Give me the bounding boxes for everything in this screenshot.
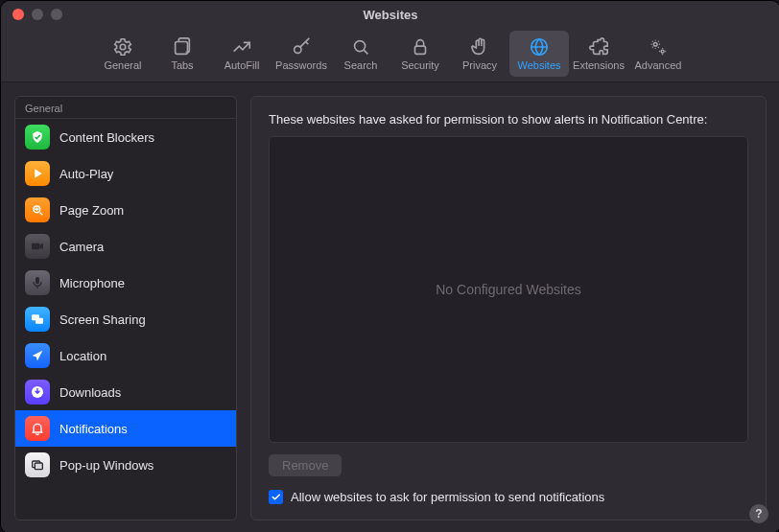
tab-general[interactable]: General [93,31,153,77]
tab-label: Search [344,59,378,71]
tab-label: Security [401,59,439,71]
tab-autofill[interactable]: AutoFill [212,31,271,77]
tab-extensions[interactable]: Extensions [569,31,628,77]
checkbox-checked-icon [269,490,283,504]
minimize-window-button[interactable] [32,9,43,20]
tab-label: Privacy [462,59,497,71]
sidebar-item-page-zoom[interactable]: Page Zoom [15,192,236,228]
svg-rect-12 [35,318,43,324]
bell-icon [25,416,50,441]
svg-point-3 [355,41,366,52]
svg-point-7 [661,50,664,53]
controls: Remove Allow websites to ask for permiss… [269,454,748,504]
sidebar-item-label: Downloads [59,385,121,400]
sidebar-item-label: Notifications [59,422,128,436]
zoom-window-button[interactable] [51,9,62,20]
sidebar-item-auto-play[interactable]: Auto-Play [15,155,236,192]
sidebar-item-location[interactable]: Location [15,337,236,374]
help-button[interactable]: ? [749,504,768,523]
tab-label: Websites [517,59,560,71]
window-title: Websites [1,8,779,22]
tab-tabs[interactable]: Tabs [153,31,212,77]
svg-rect-15 [35,463,42,470]
empty-state-text: No Configured Websites [436,282,580,297]
sidebar-item-label: Auto-Play [59,167,113,181]
zoom-icon [25,197,50,222]
search-icon [350,36,371,58]
sidebar-item-label: Pop-up Windows [59,458,153,473]
tab-privacy[interactable]: Privacy [450,31,509,77]
sidebar-item-label: Content Blockers [59,130,154,145]
puzzle-icon [588,36,609,58]
body: General Content Blockers Auto-Play Page … [1,82,779,532]
autofill-icon [231,36,252,58]
toolbar: General Tabs AutoFill Passwords Search S… [1,28,779,82]
location-arrow-icon [25,343,50,368]
sidebar-item-screen-sharing[interactable]: Screen Sharing [15,301,236,337]
sidebar-item-microphone[interactable]: Microphone [15,265,236,301]
svg-rect-1 [176,42,188,55]
tab-label: Extensions [573,59,625,71]
gear-icon [112,36,133,58]
tab-security[interactable]: Security [390,31,450,77]
sidebar: General Content Blockers Auto-Play Page … [14,96,237,520]
sidebar-item-content-blockers[interactable]: Content Blockers [15,119,236,155]
screens-icon [25,307,50,332]
gears-icon [648,36,669,58]
svg-point-6 [653,42,657,46]
microphone-icon [25,270,50,295]
sidebar-item-notifications[interactable]: Notifications [15,410,236,447]
tabs-icon [172,36,193,58]
tab-advanced[interactable]: Advanced [628,31,688,77]
tab-passwords[interactable]: Passwords [271,31,331,77]
sidebar-item-camera[interactable]: Camera [15,228,236,265]
play-icon [25,161,50,186]
window-controls [1,9,62,20]
tab-label: Tabs [171,59,193,71]
description-text: These websites have asked for permission… [269,112,748,127]
sidebar-item-label: Screen Sharing [59,312,146,327]
sidebar-item-label: Camera [59,240,104,254]
key-icon [291,36,312,58]
preferences-window: Websites General Tabs AutoFill Passwords… [0,0,779,532]
close-window-button[interactable] [12,9,24,20]
tab-search[interactable]: Search [331,31,390,77]
camera-icon [25,234,50,259]
sidebar-item-downloads[interactable]: Downloads [15,374,236,410]
tab-label: Advanced [635,59,682,71]
content-pane: These websites have asked for permission… [250,96,767,520]
svg-rect-4 [415,46,426,54]
sidebar-section-header: General [15,97,236,119]
allow-permission-checkbox[interactable]: Allow websites to ask for permission to … [269,490,748,504]
svg-rect-9 [32,243,40,250]
checkbox-label: Allow websites to ask for permission to … [291,490,604,504]
globe-icon [529,36,550,58]
svg-rect-10 [35,277,39,284]
tab-label: Passwords [275,59,327,71]
sidebar-item-popup-windows[interactable]: Pop-up Windows [15,447,236,483]
sidebar-item-label: Page Zoom [59,203,124,218]
svg-point-0 [120,44,126,50]
websites-listbox[interactable]: No Configured Websites [269,136,748,443]
tab-websites[interactable]: Websites [509,31,569,77]
tab-label: AutoFill [224,59,260,71]
sidebar-item-label: Location [59,349,106,363]
hand-icon [469,36,490,58]
shield-check-icon [25,125,50,150]
sidebar-item-label: Microphone [59,276,125,290]
remove-button[interactable]: Remove [269,454,342,476]
sidebar-list[interactable]: Content Blockers Auto-Play Page Zoom Cam… [15,119,236,520]
windows-icon [25,452,50,477]
lock-icon [410,36,431,58]
download-icon [25,380,50,405]
titlebar: Websites [1,1,779,28]
tab-label: General [104,59,141,71]
